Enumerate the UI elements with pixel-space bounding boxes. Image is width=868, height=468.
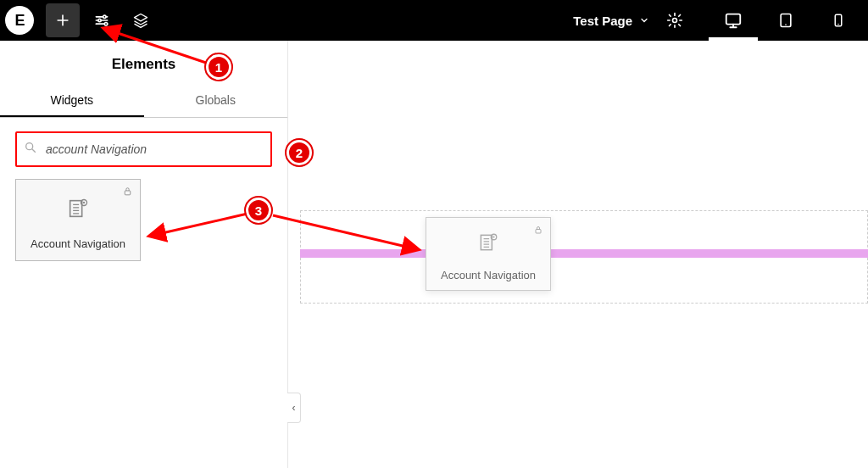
responsive-devices: [709, 0, 863, 41]
svg-point-8: [837, 24, 839, 25]
widget-icon: [431, 228, 545, 262]
gear-icon: [666, 12, 683, 29]
svg-point-13: [83, 202, 85, 203]
mobile-icon: [831, 13, 846, 28]
callout-3: 3: [246, 198, 271, 223]
svg-point-17: [492, 236, 494, 237]
callout-1: 1: [206, 54, 231, 80]
editor-canvas[interactable]: Account Navigation ‹: [288, 41, 868, 468]
tablet-icon: [777, 12, 794, 29]
widget-account-navigation[interactable]: Account Navigation: [15, 179, 141, 261]
widget-icon: [21, 192, 135, 231]
svg-rect-14: [536, 230, 541, 234]
svg-point-6: [785, 24, 787, 25]
svg-rect-10: [125, 191, 131, 195]
page-selector[interactable]: Test Page: [565, 14, 658, 28]
svg-point-3: [673, 19, 677, 23]
svg-rect-4: [726, 14, 741, 25]
chevron-down-icon: [639, 15, 649, 25]
lock-icon: [122, 185, 133, 200]
svg-point-9: [26, 143, 33, 150]
device-tablet-button[interactable]: [761, 0, 810, 41]
device-desktop-button[interactable]: [709, 0, 758, 41]
widget-search: [15, 131, 272, 167]
widget-label: Account Navigation: [21, 231, 135, 250]
device-mobile-button[interactable]: [814, 0, 863, 41]
callout-2: 2: [287, 140, 312, 165]
ghost-label: Account Navigation: [431, 262, 545, 281]
drop-indicator: [300, 249, 868, 258]
page-settings-button[interactable]: [658, 3, 692, 37]
collapse-panel-handle[interactable]: ‹: [287, 393, 301, 423]
lock-icon: [533, 223, 543, 238]
desktop-icon: [724, 11, 743, 30]
search-input[interactable]: [15, 131, 272, 167]
page-title: Test Page: [573, 14, 632, 28]
dragging-widget-ghost: Account Navigation: [426, 217, 551, 291]
search-icon: [24, 141, 37, 158]
